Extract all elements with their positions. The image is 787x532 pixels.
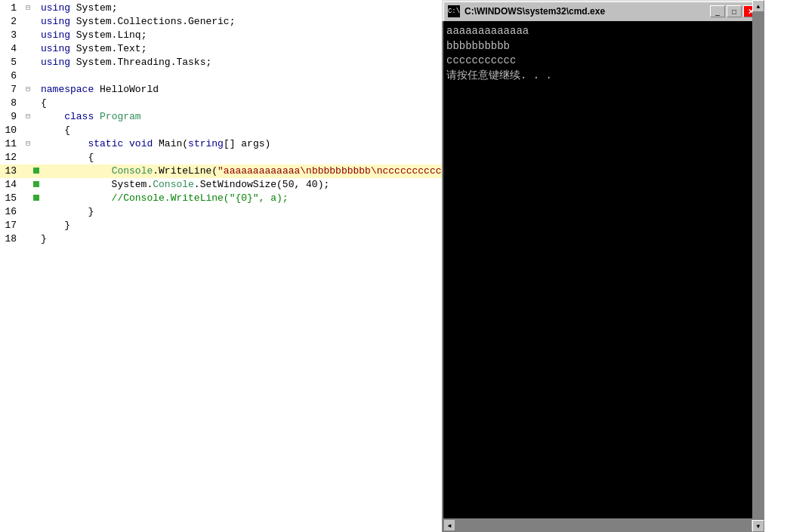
line-number-16: 16 <box>0 205 23 219</box>
line-number-10: 10 <box>0 124 23 137</box>
code-line-2: 2using System.Collections.Generic; <box>0 15 442 29</box>
code-line-18: 18} <box>0 232 442 246</box>
line-number-5: 5 <box>0 56 23 69</box>
line-number-9: 9 <box>0 110 23 124</box>
line-content-16: } <box>41 205 442 219</box>
line-number-4: 4 <box>0 42 23 56</box>
line-content-7: namespace HelloWorld <box>41 83 442 97</box>
line-content-9: class Program <box>41 110 442 124</box>
code-line-1: 1⊟using System; <box>0 2 442 15</box>
code-line-5: 5using System.Threading.Tasks; <box>0 56 442 69</box>
code-line-16: 16 } <box>0 205 442 219</box>
code-line-6: 6 <box>0 69 442 83</box>
code-line-3: 3using System.Linq; <box>0 29 442 42</box>
line-number-12: 12 <box>0 151 23 165</box>
code-editor: 1⊟using System;2using System.Collections… <box>0 0 442 532</box>
line-number-6: 6 <box>0 69 23 83</box>
cmd-icon-text: C:\ <box>448 8 460 15</box>
breakpoint-15 <box>33 192 41 205</box>
line-number-7: 7 <box>0 83 23 97</box>
code-line-4: 4using System.Text; <box>0 42 442 56</box>
fold-icon-11[interactable]: ⊟ <box>23 137 33 151</box>
cmd-title: C:\WINDOWS\system32\cmd.exe <box>464 6 710 17</box>
line-content-5: using System.Threading.Tasks; <box>41 56 442 69</box>
line-content-10: { <box>41 124 442 137</box>
code-line-13: 13 Console.WriteLine("aaaaaaaaaaaaa\nbbb… <box>0 165 442 178</box>
code-line-11: 11⊟ static void Main(string[] args) <box>0 137 442 151</box>
code-area: 1⊟using System;2using System.Collections… <box>0 0 442 532</box>
line-number-18: 18 <box>0 232 23 246</box>
line-number-13: 13 <box>0 165 23 178</box>
code-line-10: 10 { <box>0 124 442 137</box>
line-number-11: 11 <box>0 137 23 151</box>
line-content-1: using System; <box>41 2 442 15</box>
line-content-2: using System.Collections.Generic; <box>41 15 442 29</box>
code-line-15: 15 //Console.WriteLine("{0}", a); <box>0 192 442 205</box>
line-number-3: 3 <box>0 29 23 42</box>
cmd-scrollbar: ▲ ▼ <box>752 21 764 520</box>
cmd-window-controls: _ □ ✕ <box>710 5 758 17</box>
cmd-body[interactable]: aaaaaaaaaaaaa bbbbbbbbbb ccccccccccc 请按任… <box>442 21 764 520</box>
hscroll-track <box>455 520 751 530</box>
code-line-12: 12 { <box>0 151 442 165</box>
line-number-1: 1 <box>0 2 23 15</box>
cmd-titlebar: C:\ C:\WINDOWS\system32\cmd.exe _ □ ✕ <box>442 0 764 21</box>
line-number-15: 15 <box>0 192 23 205</box>
cmd-hscrollbar: ◀ ▶ <box>442 520 764 532</box>
line-number-17: 17 <box>0 219 23 232</box>
line-content-12: { <box>41 151 442 165</box>
line-content-18: } <box>41 232 442 246</box>
scroll-track <box>752 21 764 520</box>
cmd-app-icon: C:\ <box>448 5 460 17</box>
code-line-17: 17 } <box>0 219 442 232</box>
line-number-8: 8 <box>0 97 23 110</box>
code-line-7: 7⊟namespace HelloWorld <box>0 83 442 97</box>
cmd-output-text: aaaaaaaaaaaaa bbbbbbbbbb ccccccccccc 请按任… <box>446 24 760 83</box>
fold-icon-1[interactable]: ⊟ <box>23 2 33 15</box>
fold-icon-7[interactable]: ⊟ <box>23 83 33 97</box>
breakpoint-14 <box>33 178 41 192</box>
line-content-4: using System.Text; <box>41 42 442 56</box>
line-content-3: using System.Linq; <box>41 29 442 42</box>
line-content-14: System.Console.SetWindowSize(50, 40); <box>41 178 442 192</box>
line-content-15: //Console.WriteLine("{0}", a); <box>41 192 442 205</box>
hscroll-left-button[interactable]: ◀ <box>443 519 455 531</box>
cmd-restore-button[interactable]: □ <box>727 5 742 17</box>
fold-icon-9[interactable]: ⊟ <box>23 110 33 124</box>
line-content-13: Console.WriteLine("aaaaaaaaaaaaa\nbbbbbb… <box>41 165 442 178</box>
breakpoint-13 <box>33 165 41 178</box>
line-content-11: static void Main(string[] args) <box>41 137 442 151</box>
cmd-minimize-button[interactable]: _ <box>710 5 725 17</box>
cmd-window: C:\ C:\WINDOWS\system32\cmd.exe _ □ ✕ aa… <box>442 0 764 532</box>
line-content-17: } <box>41 219 442 232</box>
code-line-8: 8{ <box>0 97 442 110</box>
line-number-2: 2 <box>0 15 23 29</box>
line-number-14: 14 <box>0 178 23 192</box>
code-line-9: 9⊟ class Program <box>0 110 442 124</box>
line-content-8: { <box>41 97 442 110</box>
code-line-14: 14 System.Console.SetWindowSize(50, 40); <box>0 178 442 192</box>
